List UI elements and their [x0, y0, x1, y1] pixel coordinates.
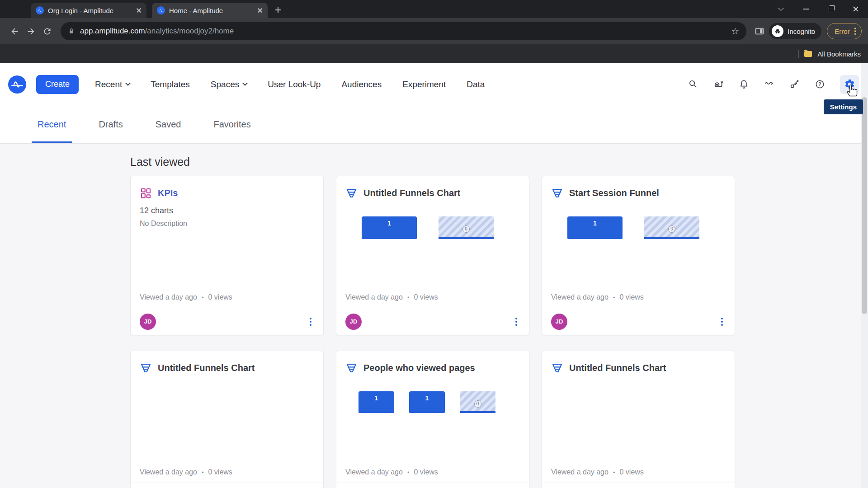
viewed-text: Viewed a day ago	[140, 468, 197, 476]
card-meta: Viewed a day ago • 0 views	[345, 293, 520, 301]
all-bookmarks-button[interactable]: All Bookmarks	[817, 50, 861, 58]
search-icon[interactable]	[688, 79, 698, 89]
meta-separator: •	[202, 294, 204, 301]
key-sparkle-icon[interactable]	[789, 79, 800, 89]
error-label: Error	[835, 28, 849, 35]
address-bar[interactable]: app.amplitude.com/analytics/moodjoy2/hom…	[61, 22, 746, 40]
card-meta: Viewed a day ago • 0 views	[140, 293, 314, 301]
bookmark-star-icon[interactable]: ☆	[731, 27, 739, 36]
nav-item-recent[interactable]: Recent	[95, 80, 130, 89]
funnel-preview-chart: 1 0	[336, 216, 529, 239]
nav-item-experiment[interactable]: Experiment	[402, 80, 446, 89]
bookmarks-bar: All Bookmarks	[0, 44, 868, 63]
tab-title: Org Login - Amplitude	[48, 7, 131, 14]
views-count: 0 views	[414, 293, 438, 301]
card-start-session-funnel[interactable]: Start Session Funnel 1 0 Viewed a day ag…	[542, 176, 735, 335]
back-button[interactable]	[6, 23, 23, 39]
card-people-who-viewed-pages[interactable]: People who viewed pages 1 1 0 Viewed a d…	[336, 351, 529, 488]
tab-saved[interactable]: Saved	[150, 105, 187, 143]
nav-item-spaces[interactable]: Spaces	[211, 80, 247, 89]
funnel-bar-hatched: 0	[460, 391, 495, 413]
reload-button[interactable]	[39, 23, 55, 39]
kebab-menu-icon[interactable]	[308, 316, 313, 328]
chevron-down-icon	[778, 5, 784, 11]
funnel-bar: 1	[359, 391, 394, 413]
tab-strip: Org Login - Amplitude Home - Amplitude	[0, 0, 868, 18]
card-untitled-funnels-3[interactable]: Untitled Funnels Chart Viewed a day ago …	[542, 351, 735, 488]
forward-arrow-icon	[26, 27, 36, 36]
restore-button[interactable]	[818, 0, 843, 18]
funnel-preview-chart: 1 1 0	[336, 391, 529, 413]
card-meta: Viewed a day ago • 0 views	[140, 468, 314, 476]
card-title[interactable]: Start Session Funnel	[569, 188, 659, 198]
back-arrow-icon	[10, 27, 19, 36]
create-button[interactable]: Create	[36, 75, 79, 94]
help-icon[interactable]: ?	[815, 79, 825, 89]
views-count: 0 views	[619, 468, 643, 476]
funnel-chart-icon	[140, 362, 152, 374]
funnel-bar: 1	[567, 216, 623, 239]
avatar: JD	[345, 314, 362, 330]
viewed-text: Viewed a day ago	[140, 293, 197, 301]
forward-button[interactable]	[23, 23, 39, 39]
app-navbar: Create Recent Templates Spaces User Look…	[0, 63, 868, 105]
card-title[interactable]: Untitled Funnels Chart	[363, 188, 460, 198]
tab-search-button[interactable]	[769, 0, 793, 18]
folder-icon	[804, 51, 812, 57]
browser-tab-org-login[interactable]: Org Login - Amplitude	[31, 3, 146, 18]
card-untitled-funnels-2[interactable]: Untitled Funnels Chart Viewed a day ago …	[130, 351, 324, 488]
tab-drafts[interactable]: Drafts	[93, 105, 128, 143]
close-tab-icon[interactable]	[256, 6, 264, 14]
funnel-bar-hatched: 0	[644, 216, 699, 239]
chevron-down-icon	[126, 80, 131, 85]
funnel-bar: 1	[409, 391, 445, 413]
amplitude-favicon-icon	[157, 6, 165, 14]
scrollbar-thumb[interactable]	[862, 97, 867, 314]
minimize-icon	[803, 9, 809, 9]
nav-item-data[interactable]: Data	[467, 80, 485, 89]
close-window-button[interactable]	[843, 0, 868, 18]
browser-menu-error-button[interactable]: Error	[827, 23, 862, 39]
card-kpis[interactable]: KPIs 12 charts No Description Viewed a d…	[130, 176, 324, 335]
funnel-chart-icon	[551, 362, 563, 374]
page-scrollbar	[861, 63, 868, 488]
funnel-bar: 1	[362, 216, 417, 239]
funnel-chart-icon	[551, 187, 563, 199]
tab-title: Home - Amplitude	[169, 7, 252, 14]
reload-icon	[42, 27, 52, 36]
card-title[interactable]: People who viewed pages	[363, 363, 475, 373]
url-text: app.amplitude.com/analytics/moodjoy2/hom…	[80, 27, 234, 36]
incognito-label: Incognito	[788, 28, 815, 35]
card-title[interactable]: Untitled Funnels Chart	[158, 363, 255, 373]
tab-favorites[interactable]: Favorites	[208, 105, 256, 143]
journeys-path-icon[interactable]	[764, 79, 774, 89]
nav-item-audiences[interactable]: Audiences	[341, 80, 382, 89]
new-tab-button[interactable]	[271, 3, 285, 17]
tab-recent[interactable]: Recent	[32, 105, 72, 143]
page-title: Last viewed	[130, 155, 868, 169]
card-grid: KPIs 12 charts No Description Viewed a d…	[130, 176, 868, 488]
kebab-menu-icon	[854, 28, 856, 35]
amplitude-logo-icon[interactable]	[8, 75, 26, 94]
card-title[interactable]: KPIs	[158, 188, 178, 198]
close-tab-icon[interactable]	[135, 6, 143, 14]
viewed-text: Viewed a day ago	[551, 468, 609, 476]
browser-toolbar: app.amplitude.com/analytics/moodjoy2/hom…	[0, 18, 868, 44]
card-footer	[542, 483, 735, 488]
card-title[interactable]: Untitled Funnels Chart	[569, 363, 666, 373]
nav-item-user-look-up[interactable]: User Look-Up	[268, 80, 321, 89]
views-count: 0 views	[208, 293, 232, 301]
meta-separator: •	[407, 294, 410, 301]
card-untitled-funnels-1[interactable]: Untitled Funnels Chart 1 0 Viewed a day …	[336, 176, 529, 335]
kebab-menu-icon[interactable]	[514, 316, 519, 328]
views-count: 0 views	[619, 293, 643, 301]
card-meta: Viewed a day ago • 0 views	[345, 468, 520, 476]
snail-icon[interactable]	[713, 79, 724, 89]
notifications-bell-icon[interactable]	[739, 79, 749, 89]
side-panel-button[interactable]	[755, 26, 764, 36]
browser-tab-home[interactable]: Home - Amplitude	[152, 3, 268, 18]
kebab-menu-icon[interactable]	[719, 316, 725, 328]
minimize-button[interactable]	[793, 0, 818, 18]
nav-item-templates[interactable]: Templates	[151, 80, 190, 89]
settings-button[interactable]: Settings	[840, 75, 859, 94]
